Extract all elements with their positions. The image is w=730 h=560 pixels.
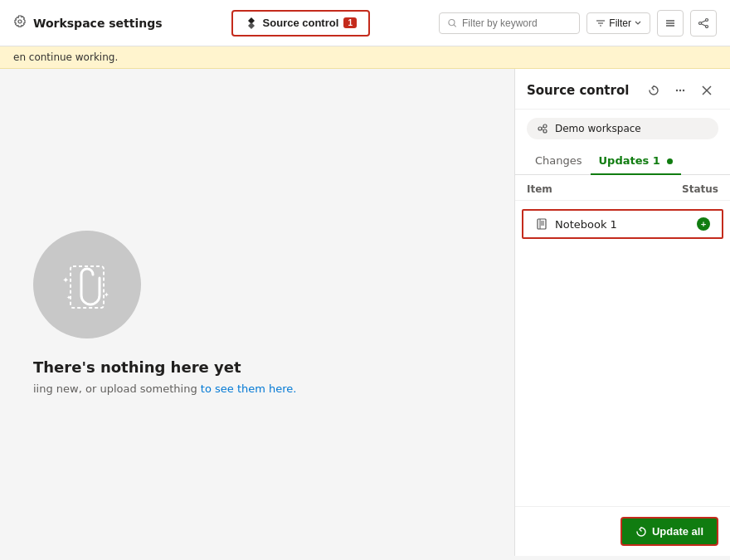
- svg-rect-28: [538, 219, 546, 229]
- more-icon: [674, 85, 686, 96]
- banner-text: en continue working.: [13, 51, 118, 63]
- empty-title: There's nothing here yet: [33, 358, 241, 376]
- hamburger-icon: [664, 17, 676, 29]
- filter-label: Filter: [609, 17, 631, 29]
- paperclip-illustration: ✦ ✦ ✦: [54, 251, 120, 318]
- main-area: ✦ ✦ ✦ There's nothing here yet iing new,…: [0, 69, 730, 556]
- tab-updates-label: Updates 1: [599, 154, 660, 167]
- notebook-icon: [535, 217, 548, 231]
- panel-actions: [642, 79, 718, 102]
- source-control-badge: 1: [343, 17, 357, 28]
- update-icon: [635, 526, 647, 538]
- share-icon: [698, 17, 709, 29]
- empty-subtitle: iing new, or upload something to see the…: [33, 382, 296, 395]
- svg-point-20: [683, 90, 684, 91]
- item-name: Notebook 1: [555, 218, 617, 231]
- svg-point-1: [449, 19, 455, 25]
- filter-button[interactable]: Filter: [586, 12, 650, 34]
- svg-text:✦: ✦: [66, 295, 71, 301]
- topbar: Workspace settings Source control 1: [0, 0, 730, 46]
- menu-button[interactable]: [657, 10, 684, 37]
- table-row[interactable]: Notebook 1 +: [522, 209, 723, 239]
- workspace-settings-label: Workspace settings: [33, 17, 163, 30]
- panel-title: Source control: [527, 83, 629, 98]
- tabs: Changes Updates 1: [515, 148, 730, 175]
- svg-line-13: [701, 23, 705, 25]
- svg-point-19: [679, 90, 681, 91]
- svg-text:✦: ✦: [62, 275, 69, 285]
- close-panel-button[interactable]: [695, 79, 718, 102]
- svg-point-25: [543, 129, 547, 133]
- update-all-label: Update all: [652, 525, 703, 538]
- source-control-icon: [245, 17, 258, 30]
- gear-icon: [13, 15, 27, 32]
- left-panel: ✦ ✦ ✦ There's nothing here yet iing new,…: [0, 69, 514, 556]
- filter-icon: [596, 18, 606, 28]
- empty-subtitle-start: iing new, or upload something: [33, 382, 197, 395]
- topbar-left: Workspace settings: [13, 15, 163, 32]
- svg-point-9: [706, 18, 708, 21]
- svg-point-18: [676, 90, 678, 91]
- more-options-button[interactable]: [669, 79, 692, 102]
- column-item-label: Item: [527, 183, 552, 195]
- svg-point-10: [699, 22, 702, 24]
- source-control-label: Source control: [263, 17, 339, 29]
- workspace-label: Demo workspace: [555, 123, 641, 134]
- workspace-pill: Demo workspace: [527, 118, 718, 139]
- table-header: Item Status: [515, 175, 730, 201]
- svg-line-26: [542, 127, 543, 129]
- tab-updates[interactable]: Updates 1: [591, 148, 682, 175]
- share-button[interactable]: [690, 10, 717, 37]
- svg-line-27: [542, 129, 543, 131]
- search-box[interactable]: [439, 12, 580, 34]
- status-badge: +: [697, 217, 710, 231]
- tab-changes-label: Changes: [535, 154, 582, 167]
- search-input[interactable]: [462, 17, 571, 29]
- refresh-icon: [648, 85, 659, 96]
- chevron-down-icon: [635, 20, 641, 27]
- panel-header: Source control: [515, 69, 730, 110]
- tab-changes[interactable]: Changes: [527, 148, 591, 175]
- svg-point-11: [706, 25, 708, 27]
- update-all-button[interactable]: Update all: [620, 517, 718, 546]
- refresh-button[interactable]: [642, 79, 665, 102]
- workspace-icon: [537, 123, 548, 134]
- topbar-right: Filter: [439, 10, 717, 37]
- panel-footer: Update all: [515, 506, 730, 556]
- svg-point-23: [538, 127, 542, 130]
- items-list: Notebook 1 +: [515, 201, 730, 506]
- banner: en continue working.: [0, 46, 730, 69]
- svg-point-24: [543, 124, 547, 128]
- item-left: Notebook 1: [535, 217, 617, 231]
- column-status-label: Status: [682, 183, 718, 195]
- svg-text:✦: ✦: [104, 291, 110, 299]
- svg-point-0: [18, 20, 22, 23]
- empty-subtitle-link[interactable]: to see them here.: [201, 382, 297, 395]
- svg-line-2: [454, 24, 456, 27]
- source-control-panel: Source control: [514, 69, 730, 556]
- source-control-button[interactable]: Source control 1: [231, 10, 371, 37]
- svg-line-12: [701, 20, 705, 22]
- empty-state-icon: ✦ ✦ ✦: [33, 231, 141, 338]
- search-icon: [448, 18, 457, 28]
- close-icon: [702, 85, 712, 95]
- topbar-center: Source control 1: [173, 10, 430, 37]
- tab-updates-badge: [667, 158, 673, 164]
